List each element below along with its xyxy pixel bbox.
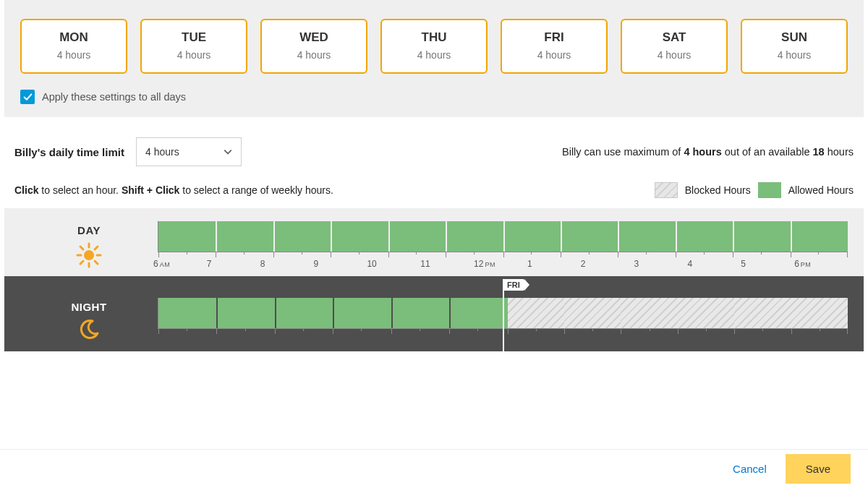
tick-label: 6AM	[153, 259, 207, 269]
hour-slot[interactable]	[158, 221, 216, 252]
day-abbr: SUN	[742, 30, 846, 45]
tip-shift: Shift + Click	[122, 184, 180, 196]
tick-label: 11	[420, 259, 474, 269]
day-card-wed[interactable]: WED 4 hours	[260, 19, 367, 74]
hour-slot[interactable]	[446, 221, 503, 252]
tick-label: 4	[687, 259, 741, 269]
svg-line-6	[95, 261, 98, 264]
day-card-sun[interactable]: SUN 4 hours	[741, 19, 848, 74]
tick-label: 9	[314, 259, 367, 269]
hour-slot[interactable]	[216, 221, 273, 252]
hour-slot[interactable]	[503, 221, 561, 252]
hour-slot[interactable]	[275, 298, 333, 328]
day-card-row: MON 4 hours TUE 4 hours WED 4 hours THU …	[20, 19, 848, 74]
day-hours: 4 hours	[22, 49, 126, 61]
apply-all-row: Apply these settings to all days	[20, 90, 848, 104]
day-hours: 4 hours	[742, 49, 846, 61]
tip-click: Click	[14, 184, 38, 196]
day-hours: 4 hours	[262, 49, 366, 61]
hour-slot[interactable]	[449, 298, 507, 328]
hour-slot[interactable]	[561, 221, 618, 252]
schedule-day-panel: DAY 6AM789101112PM123456PM	[4, 208, 864, 276]
days-panel: MON 4 hours TUE 4 hours WED 4 hours THU …	[4, 0, 864, 117]
schedule-night-panel: NIGHT FRI	[4, 276, 864, 351]
tick-label: 7	[207, 259, 260, 269]
limit-label-text: daily time limit	[46, 146, 124, 158]
svg-point-0	[84, 250, 94, 260]
hour-slot[interactable]	[678, 298, 734, 328]
tip-text: Click to select an hour. Shift + Click t…	[14, 184, 333, 196]
day-card-fri[interactable]: FRI 4 hours	[501, 19, 608, 74]
day-abbr: SAT	[622, 30, 726, 45]
legend: Blocked Hours Allowed Hours	[655, 182, 854, 198]
day-card-sat[interactable]: SAT 4 hours	[621, 19, 728, 74]
svg-line-5	[80, 247, 83, 249]
tip-text-segment: to select an hour.	[38, 184, 121, 196]
legend-blocked-label: Blocked Hours	[685, 184, 751, 196]
summary-text: Billy can use maximum of	[562, 146, 684, 158]
fri-tag: FRI	[503, 279, 524, 291]
day-timeline[interactable]	[158, 221, 848, 252]
day-card-tue[interactable]: TUE 4 hours	[140, 19, 247, 74]
dropdown-value: 4 hours	[145, 146, 179, 158]
limit-label-bold: Billy's	[14, 146, 46, 158]
schedule-day-label-col: DAY	[20, 221, 158, 270]
sun-icon	[76, 242, 102, 270]
schedule-night-title: NIGHT	[71, 301, 106, 313]
tick-label: 6PM	[794, 259, 848, 269]
day-hours: 4 hours	[622, 49, 726, 61]
daily-limit-row: Billy's daily time limit 4 hours Billy c…	[14, 137, 854, 166]
tip-and-legend-row: Click to select an hour. Shift + Click t…	[14, 182, 854, 198]
hour-slot[interactable]	[331, 221, 388, 252]
tick-label: 3	[634, 259, 688, 269]
hour-slot[interactable]	[791, 221, 848, 252]
legend-blocked-swatch	[655, 182, 678, 198]
hour-slot[interactable]	[388, 221, 446, 252]
fri-divider-line	[503, 279, 504, 359]
day-abbr: FRI	[502, 30, 606, 45]
hour-slot[interactable]	[391, 298, 449, 328]
hour-slot[interactable]	[791, 298, 848, 328]
day-card-thu[interactable]: THU 4 hours	[380, 19, 488, 74]
chevron-down-icon	[224, 147, 232, 156]
schedule-night-label-col: NIGHT	[20, 298, 158, 343]
hour-slot[interactable]	[733, 221, 790, 252]
hour-slot[interactable]	[158, 298, 216, 328]
hour-slot[interactable]	[273, 221, 331, 252]
day-abbr: WED	[262, 30, 366, 45]
summary-text: hours	[825, 146, 854, 158]
tick-label: 10	[367, 259, 420, 269]
apply-all-checkbox[interactable]	[20, 90, 35, 104]
daily-limit-dropdown[interactable]: 4 hours	[136, 137, 242, 166]
hour-slot[interactable]	[333, 298, 391, 328]
svg-line-7	[95, 247, 98, 249]
summary-available: 18	[813, 146, 825, 158]
hour-slot[interactable]	[618, 221, 675, 252]
tick-label: 8	[260, 259, 314, 269]
cancel-button[interactable]: Cancel	[724, 457, 775, 481]
summary-hours: 4 hours	[684, 146, 721, 158]
hour-slot[interactable]	[216, 298, 274, 328]
hour-slot[interactable]	[676, 221, 733, 252]
day-abbr: THU	[382, 30, 486, 45]
day-abbr: TUE	[142, 30, 246, 45]
hour-slot[interactable]	[734, 298, 791, 328]
day-timeline-wrap: 6AM789101112PM123456PM	[158, 221, 848, 270]
day-tick-labels: 6AM789101112PM123456PM	[153, 259, 848, 269]
save-button[interactable]: Save	[786, 454, 851, 484]
night-timeline-wrap: FRI	[158, 298, 848, 343]
daily-limit-summary: Billy can use maximum of 4 hours out of …	[562, 146, 854, 158]
day-hours: 4 hours	[382, 49, 486, 61]
hour-slot[interactable]	[564, 298, 621, 328]
schedule-day-title: DAY	[77, 224, 101, 236]
moon-icon	[78, 319, 100, 343]
svg-line-8	[80, 261, 83, 264]
day-hours: 4 hours	[142, 49, 246, 61]
hour-slot[interactable]	[508, 298, 564, 328]
tick-label: 2	[581, 259, 634, 269]
footer: Cancel Save	[0, 449, 868, 488]
tip-text-segment: to select a range of weekly hours.	[179, 184, 333, 196]
hour-slot[interactable]	[621, 298, 677, 328]
tick-label: 5	[741, 259, 794, 269]
day-card-mon[interactable]: MON 4 hours	[20, 19, 127, 74]
